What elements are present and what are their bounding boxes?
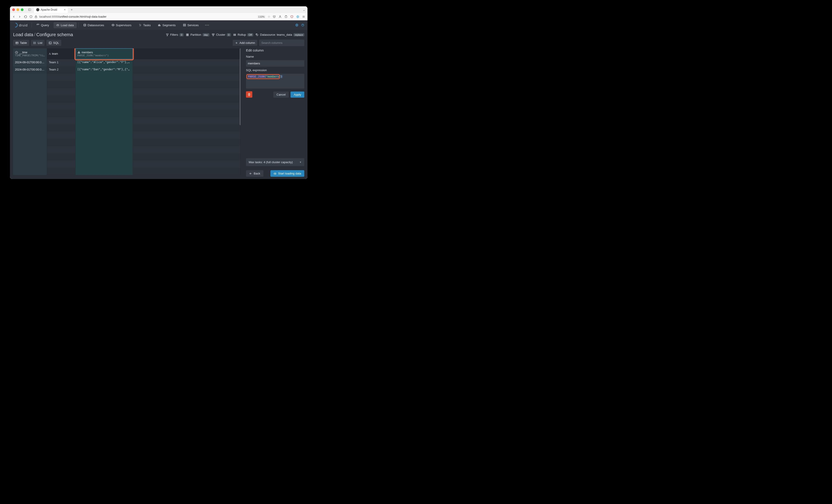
tabs-dropdown-icon[interactable]: ⌄ xyxy=(303,8,305,11)
url-bar[interactable]: localhost:8888/unified-console.html#sql-… xyxy=(29,15,255,18)
table-body[interactable]: 2024-09-01T00:00:00.000Z Team 1 [{"name"… xyxy=(13,59,240,177)
cluster-icon xyxy=(212,33,215,36)
table-row-empty xyxy=(13,74,240,81)
app-header: druid Query Load data Datasources Superv… xyxy=(10,20,308,30)
brand-text: druid xyxy=(19,23,28,27)
bookmark-icon[interactable]: ☆ xyxy=(268,15,270,18)
column-header-time[interactable]: __time TIME_PARSE(TRIM("timesta… xyxy=(13,48,47,59)
globe-icon[interactable] xyxy=(296,15,300,18)
brand[interactable]: druid xyxy=(13,23,28,27)
pocket-icon[interactable] xyxy=(272,15,276,18)
grid-icon xyxy=(186,33,189,36)
nav-load-data[interactable]: Load data xyxy=(54,22,77,28)
nav-query[interactable]: Query xyxy=(34,22,52,28)
database-icon xyxy=(83,24,86,27)
datasource-pill[interactable]: Datasource: teams_data replace xyxy=(256,33,304,36)
nav-back-icon[interactable] xyxy=(12,15,16,18)
view-toolbar: Table List SQL Add column xyxy=(10,38,308,48)
search-columns-input[interactable] xyxy=(259,39,304,46)
gantt-icon xyxy=(138,24,142,27)
content-area: Load data/Configure schema Filters 0 Par… xyxy=(10,30,308,179)
cell-time: 2024-09-01T00:00:00.000Z xyxy=(13,67,47,74)
back-button[interactable]: Back xyxy=(246,170,263,177)
table-row-empty xyxy=(13,168,240,175)
column-name-input[interactable] xyxy=(246,60,304,67)
column-header-empty xyxy=(133,48,240,59)
zoom-badge[interactable]: 110% xyxy=(257,15,265,18)
apply-button[interactable]: Apply xyxy=(290,91,304,98)
help-icon[interactable] xyxy=(301,24,304,27)
account-icon[interactable] xyxy=(279,15,282,18)
cancel-button[interactable]: Cancel xyxy=(274,91,289,98)
new-tab-icon[interactable]: ＋ xyxy=(70,8,73,12)
start-loading-button[interactable]: Start loading data xyxy=(270,170,304,177)
name-label: Name xyxy=(246,55,304,58)
ublock-icon[interactable] xyxy=(290,15,293,18)
svg-rect-31 xyxy=(213,35,214,36)
max-tasks-selector[interactable]: Max tasks: 4 (full cluster capacity) ▼ xyxy=(246,158,304,166)
maximize-window-icon[interactable] xyxy=(21,8,24,11)
column-header-team[interactable]: A team xyxy=(47,48,76,59)
hamburger-icon[interactable] xyxy=(302,15,305,18)
view-list-button[interactable]: List xyxy=(31,40,45,46)
nav-datasources[interactable]: Datasources xyxy=(80,22,107,28)
nav-forward-icon[interactable] xyxy=(18,15,21,18)
minimize-window-icon[interactable] xyxy=(17,8,19,11)
eye-icon xyxy=(111,24,114,27)
view-table-button[interactable]: Table xyxy=(13,40,29,46)
table-row[interactable]: 2024-09-01T00:00:00.000Z Team 1 [{"name"… xyxy=(13,59,240,67)
tag-icon xyxy=(256,33,259,36)
extensions-icon[interactable] xyxy=(284,15,288,18)
svg-rect-2 xyxy=(35,17,37,18)
sql-expression-input[interactable]: PARSE_JSON("members") xyxy=(246,74,304,88)
sidebar-toggle-icon[interactable] xyxy=(28,8,31,11)
svg-rect-44 xyxy=(49,42,52,44)
add-column-button[interactable]: Add column xyxy=(233,40,257,46)
svg-point-49 xyxy=(79,51,79,52)
gear-icon[interactable] xyxy=(295,24,298,27)
console-icon xyxy=(49,42,52,45)
svg-marker-24 xyxy=(166,34,168,36)
tree-icon xyxy=(77,51,80,54)
svg-rect-4 xyxy=(285,16,287,18)
filters-pill[interactable]: Filters 0 xyxy=(166,33,184,36)
url-host: localhost xyxy=(40,15,51,18)
svg-rect-33 xyxy=(234,35,236,35)
shield-icon xyxy=(29,15,32,18)
favicon-icon xyxy=(36,8,40,11)
svg-point-34 xyxy=(256,34,257,34)
rollup-pill[interactable]: Rollup Off xyxy=(233,33,253,36)
cluster-pill[interactable]: Cluster 0 xyxy=(212,33,231,36)
window-controls[interactable] xyxy=(12,8,24,11)
svg-point-21 xyxy=(296,25,297,26)
table-header: __time TIME_PARSE(TRIM("timesta… A team xyxy=(13,48,240,59)
nav-services[interactable]: Services xyxy=(180,22,202,28)
table-icon xyxy=(16,42,19,45)
cell-time: 2024-09-01T00:00:00.000Z xyxy=(13,59,47,67)
brand-icon xyxy=(12,22,19,28)
svg-point-50 xyxy=(78,53,78,53)
scrollbar[interactable] xyxy=(240,48,240,125)
partition-pill[interactable]: Partition day xyxy=(186,33,209,36)
delete-column-button[interactable] xyxy=(246,91,252,98)
table-row-empty xyxy=(13,132,240,139)
svg-rect-19 xyxy=(183,24,186,25)
svg-rect-16 xyxy=(158,25,159,26)
svg-rect-17 xyxy=(159,24,160,26)
browser-tabbar: Apache Druid × ＋ ⌄ xyxy=(10,6,308,13)
url-port: :8888 xyxy=(51,15,58,18)
nav-segments[interactable]: Segments xyxy=(155,22,178,28)
tab-close-icon[interactable]: × xyxy=(64,8,66,11)
column-header-members[interactable]: members PARSE_JSON("members") xyxy=(76,48,133,59)
table-row[interactable]: 2024-09-01T00:00:00.000Z Team 2 [{"name"… xyxy=(13,67,240,74)
nav-supervisors[interactable]: Supervisors xyxy=(109,22,134,28)
close-window-icon[interactable] xyxy=(12,8,15,11)
chevron-down-icon: ▼ xyxy=(300,161,302,163)
nav-overflow-icon[interactable]: ••• xyxy=(203,23,211,28)
view-sql-button[interactable]: SQL xyxy=(46,40,61,46)
nav-tasks[interactable]: Tasks xyxy=(136,22,153,28)
browser-tab[interactable]: Apache Druid × xyxy=(34,6,68,13)
page-title: Load data/Configure schema xyxy=(13,32,73,37)
edit-column-panel: Edit column Name SQL expression PARSE_JS… xyxy=(246,48,304,177)
nav-reload-icon[interactable] xyxy=(24,15,27,18)
